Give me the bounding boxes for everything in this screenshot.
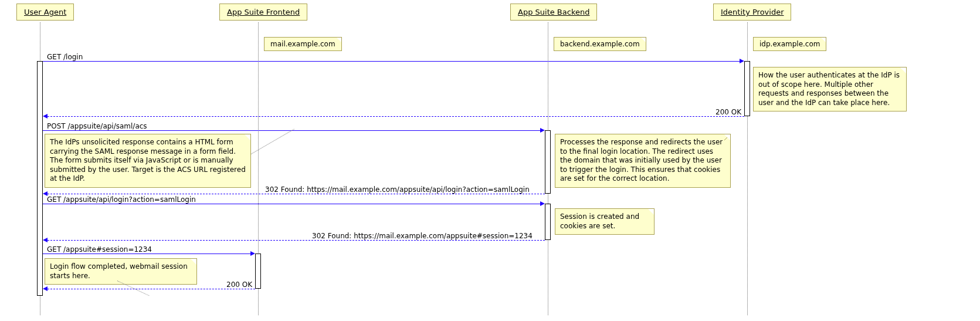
activation-frontend (255, 254, 261, 289)
note-idp-auth: How the user authenticates at the IdP is… (753, 67, 907, 111)
msg-get-appsuite-label: GET /appsuite#session=1234 (46, 245, 153, 254)
caption-backend: backend.example.com (554, 37, 646, 51)
activation-backend-2 (545, 204, 551, 240)
note-acs-anchor (251, 129, 294, 154)
msg-idp-200-label: 200 OK (714, 108, 742, 116)
note-acs: The IdPs unsolicited response contains a… (45, 134, 251, 188)
msg-302-session-label: 302 Found: https://mail.example.com/apps… (311, 232, 534, 240)
participant-frontend: App Suite Frontend (219, 4, 307, 21)
msg-get-samllogin-label: GET /appsuite/api/login?action=samlLogin (46, 195, 197, 204)
caption-frontend: mail.example.com (264, 37, 342, 51)
participant-user-agent: User Agent (16, 4, 74, 21)
msg-post-acs-label: POST /appsuite/api/saml/acs (46, 122, 148, 130)
msg-302-samllogin-label: 302 Found: https://mail.example.com/apps… (264, 185, 531, 194)
activation-backend-1 (545, 130, 551, 194)
note-backend-session: Session is created and cookies are set. (555, 208, 655, 235)
msg-get-login-label: GET /login (46, 53, 84, 61)
msg-frontend-200-label: 200 OK (225, 281, 253, 289)
activation-idp (744, 61, 750, 116)
note-frontend-complete: Login flow completed, webmail session st… (45, 258, 197, 285)
caption-idp: idp.example.com (753, 37, 826, 51)
note-backend-process: Processes the response and redirects the… (555, 134, 731, 188)
participant-idp: Identity Provider (713, 4, 791, 21)
participant-backend: App Suite Backend (510, 4, 597, 21)
activation-user-agent (37, 61, 43, 296)
